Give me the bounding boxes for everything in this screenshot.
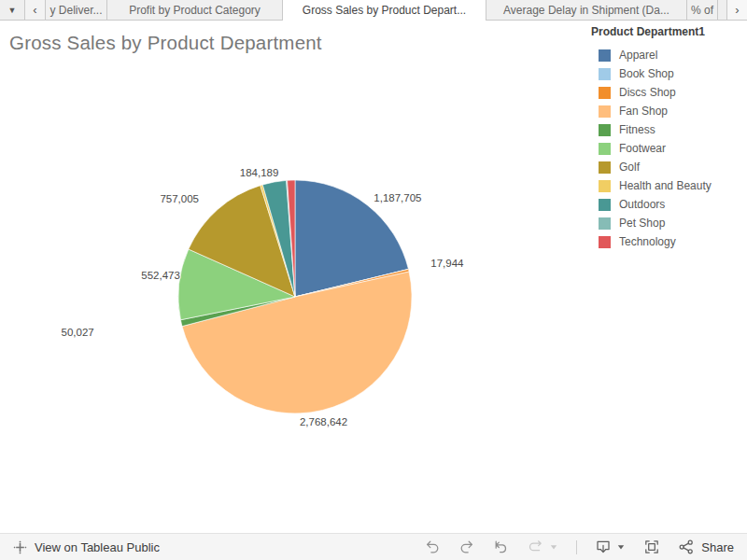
download-group [595,539,626,555]
legend-item-apparel[interactable]: Apparel [590,46,745,64]
refresh-icon [528,539,544,555]
caret-down-icon: ▼ [8,6,17,15]
legend-label: Outdoors [619,198,665,211]
refresh-menu-button[interactable] [549,539,558,555]
share-label: Share [701,540,734,554]
undo-button[interactable] [424,539,441,555]
legend-swatch [599,124,611,136]
footer-toolbar: View on Tableau Public [0,533,747,560]
toolbar-divider [576,540,577,554]
legend-item-technology[interactable]: Technology [590,232,745,251]
legend-label: Technology [619,235,676,248]
legend-item-health-and-beauty[interactable]: Health and Beauty [590,176,745,195]
chevron-right-icon: › [735,3,739,17]
legend-item-footwear[interactable]: Footwear [590,139,745,158]
legend-swatch [599,236,611,248]
legend-swatch [599,68,611,80]
legend-label: Fitness [619,123,655,136]
tab-scroll-right-button[interactable]: › [726,0,747,20]
sheet-menu-button[interactable]: ▼ [0,0,25,20]
legend-label: Footwear [619,142,666,155]
sheet-tab-label: y Deliver... [50,4,103,17]
legend-swatch [599,199,611,211]
fullscreen-icon [643,539,660,555]
sheet-tab-label: Gross Sales by Product Depart... [303,4,466,17]
legend-label: Apparel [619,49,657,62]
pie-label-fitness: 50,027 [62,327,94,338]
sheet-tab-label: Average Delay in Shipment (Da... [503,4,669,17]
legend-swatch [599,143,611,155]
chevron-left-icon: ‹ [33,3,36,17]
view-on-tableau-public-label: View on Tableau Public [35,540,160,554]
legend-items: ApparelBook ShopDiscs ShopFan ShopFitnes… [590,46,745,251]
legend: Product Department1 ApparelBook ShopDisc… [590,25,745,251]
undo-icon [424,539,441,555]
legend-item-discs-shop[interactable]: Discs Shop [590,83,745,102]
legend-swatch [599,105,611,118]
pie-label-footwear: 552,473 [141,270,180,281]
sheet-title: Gross Sales by Product Department [9,32,322,54]
sheet-tab-label: Profit by Product Category [129,4,261,17]
legend-item-golf[interactable]: Golf [590,158,745,176]
pie-label-apparel: 1,187,705 [374,192,421,203]
legend-label: Health and Beauty [619,179,712,192]
legend-swatch [599,217,611,230]
download-icon [595,539,612,555]
revert-button[interactable] [493,539,510,555]
sheet-tab-profit-by-product-category[interactable]: Profit by Product Category [107,0,283,20]
sheet-tab-of[interactable]: % of [687,0,718,20]
tab-strip-spacer [718,0,726,20]
legend-label: Fan Shop [619,105,668,118]
tableau-logo-icon [13,540,27,554]
caret-down-icon [549,542,558,552]
legend-item-fitness[interactable]: Fitness [590,120,745,139]
redo-button[interactable] [458,539,475,555]
sheet-tab-gross-sales-by-product-depart[interactable]: Gross Sales by Product Depart... [283,0,486,21]
share-button[interactable]: Share [678,539,734,555]
sheet-tab-label: % of [691,4,713,17]
sheet-tab-strip: ▼ ‹ y Deliver...Profit by Product Catego… [0,0,747,21]
legend-item-book-shop[interactable]: Book Shop [590,64,745,83]
legend-item-fan-shop[interactable]: Fan Shop [590,102,745,120]
legend-swatch [599,87,611,99]
tab-scroll-left-button[interactable]: ‹ [25,0,46,20]
view-on-tableau-public-link[interactable]: View on Tableau Public [13,540,160,554]
refresh-button[interactable] [528,539,544,555]
legend-title: Product Department1 [591,25,745,38]
legend-swatch [599,49,611,62]
revert-icon [493,539,510,555]
legend-swatch [599,161,611,174]
refresh-group [528,539,558,555]
sheet-tab-average-delay-in-shipment-da[interactable]: Average Delay in Shipment (Da... [486,0,687,20]
sheet-tab-y-deliver[interactable]: y Deliver... [46,0,107,20]
pie-label-outdoors: 184,189 [240,167,279,178]
redo-icon [458,539,475,555]
download-button[interactable] [595,539,612,555]
toolbar-buttons: Share [424,539,734,555]
legend-item-outdoors[interactable]: Outdoors [590,195,745,214]
legend-label: Pet Shop [619,217,665,230]
legend-label: Discs Shop [619,86,676,99]
caret-down-icon [616,542,626,552]
download-menu-button[interactable] [616,539,626,555]
pie-label-discs-shop: 17,944 [430,258,464,269]
legend-swatch [599,180,611,192]
share-icon [678,539,695,555]
pie-label-golf: 757,005 [160,193,199,204]
legend-item-pet-shop[interactable]: Pet Shop [590,214,745,232]
pie-label-fan-shop: 2,768,642 [300,416,347,427]
fullscreen-button[interactable] [643,539,660,555]
legend-label: Book Shop [619,67,674,80]
legend-label: Golf [619,161,640,174]
